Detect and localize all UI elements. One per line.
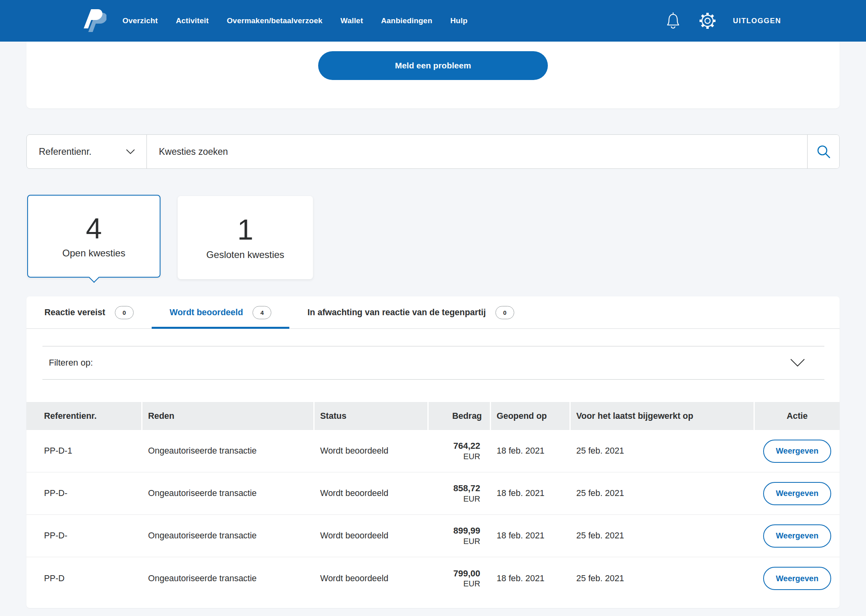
table-row: PP-D- Ongeautoriseerde transactie Wordt … bbox=[26, 515, 840, 557]
cell-reason: Ongeautoriseerde transactie bbox=[142, 430, 313, 472]
open-issues-count: 4 bbox=[86, 214, 102, 244]
tab-wordt-beoordeeld[interactable]: Wordt beoordeeld 4 bbox=[152, 296, 290, 328]
nav-item-hulp[interactable]: Hulp bbox=[450, 16, 467, 25]
amount-currency: EUR bbox=[463, 579, 480, 588]
cell-opened-date: 18 feb. 2021 bbox=[491, 515, 569, 557]
table-header-row: Referentienr. Reden Status Bedrag Geopen… bbox=[26, 402, 840, 430]
cell-status: Wordt beoordeeld bbox=[315, 472, 427, 514]
view-button[interactable]: Weergeven bbox=[763, 567, 831, 590]
column-header-bedrag: Bedrag bbox=[429, 402, 490, 430]
view-button[interactable]: Weergeven bbox=[763, 482, 831, 505]
open-issues-card[interactable]: 4 Open kwesties bbox=[27, 195, 160, 278]
filter-toggle[interactable]: Filteren op: bbox=[42, 346, 824, 380]
issue-search-bar: Referentienr. bbox=[26, 134, 840, 169]
main-nav: Overzicht Activiteit Overmaken/betaalver… bbox=[122, 16, 467, 25]
tab-label: Wordt beoordeeld bbox=[170, 308, 243, 318]
amount-value: 899,99 bbox=[453, 526, 480, 536]
view-button[interactable]: Weergeven bbox=[763, 440, 831, 463]
report-problem-card: Meld een probleem bbox=[26, 42, 840, 108]
cell-reference: PP-D bbox=[26, 557, 141, 600]
column-header-laatst-bijgewerkt: Voor het laatst bijgewerkt op bbox=[571, 402, 754, 430]
closed-issues-card[interactable]: 1 Gesloten kwesties bbox=[178, 196, 313, 279]
column-header-status: Status bbox=[315, 402, 427, 430]
tab-count-badge: 0 bbox=[115, 306, 134, 319]
cell-opened-date: 18 feb. 2021 bbox=[491, 472, 569, 514]
settings-gear-icon[interactable] bbox=[699, 12, 716, 30]
status-tabs: Reactie vereist 0 Wordt beoordeeld 4 In … bbox=[26, 296, 840, 329]
nav-item-overzicht[interactable]: Overzicht bbox=[122, 16, 158, 25]
cell-amount: 899,99 EUR bbox=[429, 515, 490, 557]
cell-status: Wordt beoordeeld bbox=[315, 430, 427, 472]
issues-panel: Reactie vereist 0 Wordt beoordeeld 4 In … bbox=[26, 296, 840, 608]
nav-item-overmaken-betaalverzoek[interactable]: Overmaken/betaalverzoek bbox=[227, 16, 323, 25]
closed-issues-count: 1 bbox=[237, 215, 253, 245]
amount-value: 799,00 bbox=[453, 568, 480, 579]
cell-reference: PP-D-1 bbox=[26, 430, 141, 472]
search-icon bbox=[816, 144, 831, 159]
cell-opened-date: 18 feb. 2021 bbox=[491, 557, 569, 600]
nav-item-aanbiedingen[interactable]: Aanbiedingen bbox=[381, 16, 432, 25]
cell-updated-date: 25 feb. 2021 bbox=[571, 430, 754, 472]
search-button[interactable] bbox=[807, 135, 839, 168]
cell-reason: Ongeautoriseerde transactie bbox=[142, 472, 313, 514]
table-row: PP-D Ongeautoriseerde transactie Wordt b… bbox=[26, 557, 840, 600]
amount-currency: EUR bbox=[463, 494, 480, 504]
amount-currency: EUR bbox=[463, 536, 480, 546]
notifications-bell-icon[interactable] bbox=[664, 12, 682, 30]
cell-reference: PP-D- bbox=[26, 472, 141, 514]
tab-label: Reactie vereist bbox=[44, 308, 105, 318]
column-header-actie: Actie bbox=[755, 402, 840, 430]
cell-updated-date: 25 feb. 2021 bbox=[571, 515, 754, 557]
report-problem-button[interactable]: Meld een probleem bbox=[318, 51, 548, 80]
filter-label: Filteren op: bbox=[49, 358, 93, 368]
closed-issues-label: Gesloten kwesties bbox=[206, 249, 285, 260]
column-header-geopend-op: Geopend op bbox=[491, 402, 569, 430]
chevron-down-icon bbox=[126, 149, 135, 154]
tab-label: In afwachting van reactie van de tegenpa… bbox=[307, 308, 486, 318]
column-header-referentienr: Referentienr. bbox=[26, 402, 141, 430]
tab-count-badge: 4 bbox=[253, 306, 271, 319]
cell-reason: Ongeautoriseerde transactie bbox=[142, 515, 313, 557]
cell-amount: 799,00 EUR bbox=[429, 557, 490, 600]
search-input[interactable] bbox=[147, 135, 807, 168]
top-navigation-bar: Overzicht Activiteit Overmaken/betaalver… bbox=[0, 0, 866, 42]
topbar-right-group: UITLOGGEN bbox=[664, 12, 782, 30]
cell-status: Wordt beoordeeld bbox=[315, 515, 427, 557]
cell-updated-date: 25 feb. 2021 bbox=[571, 472, 754, 514]
cell-reference: PP-D- bbox=[26, 515, 141, 557]
column-header-reden: Reden bbox=[142, 402, 313, 430]
amount-value: 858,72 bbox=[453, 483, 480, 494]
selected-card-pointer bbox=[88, 272, 99, 283]
chevron-down-icon bbox=[790, 358, 805, 367]
nav-item-activiteit[interactable]: Activiteit bbox=[176, 16, 208, 25]
cell-amount: 858,72 EUR bbox=[429, 472, 490, 514]
tab-in-afwachting[interactable]: In afwachting van reactie van de tegenpa… bbox=[289, 296, 532, 328]
logout-button[interactable]: UITLOGGEN bbox=[733, 17, 782, 25]
amount-value: 764,22 bbox=[453, 441, 480, 451]
search-category-label: Referentienr. bbox=[39, 146, 92, 157]
table-row: PP-D- Ongeautoriseerde transactie Wordt … bbox=[26, 472, 840, 515]
search-category-dropdown[interactable]: Referentienr. bbox=[27, 135, 147, 168]
tab-count-badge: 0 bbox=[495, 306, 514, 319]
nav-item-wallet[interactable]: Wallet bbox=[341, 16, 363, 25]
cell-reason: Ongeautoriseerde transactie bbox=[142, 557, 313, 600]
paypal-logo[interactable] bbox=[82, 8, 106, 33]
cell-updated-date: 25 feb. 2021 bbox=[571, 557, 754, 600]
cell-amount: 764,22 EUR bbox=[429, 430, 490, 472]
open-issues-label: Open kwesties bbox=[62, 248, 125, 259]
view-button[interactable]: Weergeven bbox=[763, 524, 831, 548]
table-row: PP-D-1 Ongeautoriseerde transactie Wordt… bbox=[26, 430, 840, 472]
tab-reactie-vereist[interactable]: Reactie vereist 0 bbox=[26, 296, 152, 328]
amount-currency: EUR bbox=[463, 452, 480, 461]
issues-table: Referentienr. Reden Status Bedrag Geopen… bbox=[26, 402, 840, 600]
cell-status: Wordt beoordeeld bbox=[315, 557, 427, 600]
cell-opened-date: 18 feb. 2021 bbox=[491, 430, 569, 472]
